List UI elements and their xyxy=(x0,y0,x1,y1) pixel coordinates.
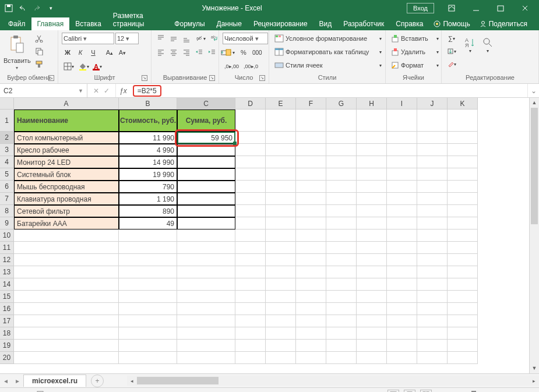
cell[interactable] xyxy=(448,340,478,352)
font-name-combo[interactable]: Calibri▾ xyxy=(62,33,114,44)
cell[interactable] xyxy=(14,254,119,266)
cell[interactable] xyxy=(448,181,478,193)
cell[interactable] xyxy=(387,315,417,327)
cell[interactable] xyxy=(357,132,387,144)
cell[interactable] xyxy=(448,266,478,278)
cell[interactable] xyxy=(177,291,235,303)
cell[interactable] xyxy=(326,278,357,291)
orientation-icon[interactable]: ab▾ xyxy=(193,33,207,44)
cell[interactable] xyxy=(387,144,417,156)
cell[interactable] xyxy=(266,181,296,193)
cell[interactable]: 890 xyxy=(119,205,177,217)
cell[interactable] xyxy=(177,242,235,254)
cell[interactable] xyxy=(448,217,478,229)
sort-filter-icon[interactable]: AЯ▾ xyxy=(463,33,478,57)
cell[interactable] xyxy=(266,340,296,352)
scroll-right-icon[interactable]: ▸ xyxy=(529,378,539,384)
cell[interactable] xyxy=(14,291,119,303)
cell[interactable] xyxy=(357,205,387,217)
cell[interactable] xyxy=(296,340,326,352)
cell[interactable] xyxy=(296,168,326,181)
cell[interactable] xyxy=(119,352,177,364)
formula-input[interactable]: =B2*5 xyxy=(131,84,527,97)
share-button[interactable]: Поделиться xyxy=(480,20,531,28)
redo-icon[interactable] xyxy=(30,2,43,15)
cell[interactable] xyxy=(448,291,478,303)
cell[interactable] xyxy=(326,242,357,254)
fx-icon[interactable]: ƒx xyxy=(116,84,131,97)
cell[interactable] xyxy=(326,132,357,144)
clear-icon[interactable]: ▾ xyxy=(445,58,458,70)
cell[interactable] xyxy=(417,278,448,291)
cell[interactable] xyxy=(417,315,448,327)
cell[interactable] xyxy=(357,278,387,291)
tab-review[interactable]: Рецензирование xyxy=(248,17,313,30)
cell[interactable] xyxy=(357,340,387,352)
cell[interactable] xyxy=(119,254,177,266)
row-header-19[interactable]: 19 xyxy=(0,340,14,352)
increase-decimal-icon[interactable]: ,0▸,00 xyxy=(223,61,241,72)
cell[interactable] xyxy=(387,205,417,217)
cell[interactable] xyxy=(296,110,326,132)
cell[interactable] xyxy=(119,266,177,278)
cell[interactable] xyxy=(235,217,266,229)
cell-styles-button[interactable]: Стили ячеек▾ xyxy=(273,59,383,71)
cell[interactable] xyxy=(448,110,478,132)
cell[interactable] xyxy=(448,327,478,340)
cell[interactable] xyxy=(387,156,417,168)
cell[interactable] xyxy=(387,266,417,278)
cell[interactable] xyxy=(14,340,119,352)
row-header-8[interactable]: 8 xyxy=(0,205,14,217)
cell[interactable] xyxy=(326,303,357,315)
sheet-nav-prev-icon[interactable]: ◂ xyxy=(0,377,12,385)
cell[interactable] xyxy=(14,352,119,364)
cell[interactable] xyxy=(177,327,235,340)
cell[interactable] xyxy=(177,144,235,156)
tab-help[interactable]: Справка xyxy=(390,17,429,30)
sheet-nav-next-icon[interactable]: ▸ xyxy=(12,377,23,385)
cell[interactable] xyxy=(235,278,266,291)
cell[interactable] xyxy=(357,229,387,242)
cell[interactable] xyxy=(266,132,296,144)
row-header-12[interactable]: 12 xyxy=(0,254,14,266)
cell[interactable]: Клавиатура проводная xyxy=(14,193,119,205)
insert-cells-button[interactable]: Вставить▾ xyxy=(389,33,441,44)
align-center-icon[interactable] xyxy=(168,47,179,58)
column-headers[interactable]: ABCDEFGHIJK xyxy=(14,98,529,110)
cell[interactable] xyxy=(14,229,119,242)
row-header-17[interactable]: 17 xyxy=(0,315,14,327)
row-header-7[interactable]: 7 xyxy=(0,193,14,205)
format-cells-button[interactable]: Формат▾ xyxy=(389,59,441,71)
cell[interactable] xyxy=(235,168,266,181)
col-header-H[interactable]: H xyxy=(357,98,387,110)
cell[interactable]: Мышь беспроводная xyxy=(14,181,119,193)
col-header-B[interactable]: B xyxy=(119,98,177,110)
cell[interactable]: Стол компьютерный xyxy=(14,132,119,144)
cell[interactable] xyxy=(448,156,478,168)
cell[interactable] xyxy=(177,254,235,266)
cell[interactable] xyxy=(448,168,478,181)
cell[interactable] xyxy=(177,340,235,352)
cell[interactable] xyxy=(417,181,448,193)
cell[interactable] xyxy=(235,291,266,303)
enter-formula-icon[interactable]: ✓ xyxy=(104,87,110,95)
cell[interactable]: 4 990 xyxy=(119,144,177,156)
cell[interactable] xyxy=(448,278,478,291)
hscroll-thumb[interactable] xyxy=(137,377,219,384)
cell[interactable] xyxy=(417,205,448,217)
decrease-indent-icon[interactable] xyxy=(193,47,205,58)
cell[interactable]: 49 xyxy=(119,217,177,229)
cut-icon[interactable] xyxy=(33,33,45,44)
cell[interactable] xyxy=(357,110,387,132)
cell[interactable] xyxy=(296,193,326,205)
cell[interactable]: Наименование xyxy=(14,110,119,132)
cell[interactable] xyxy=(296,315,326,327)
cell[interactable] xyxy=(326,110,357,132)
cell[interactable] xyxy=(296,278,326,291)
cell[interactable] xyxy=(326,168,357,181)
cell[interactable] xyxy=(326,193,357,205)
fill-color-icon[interactable]: ▾ xyxy=(77,61,91,72)
cell[interactable] xyxy=(326,181,357,193)
cell[interactable] xyxy=(296,327,326,340)
cell[interactable] xyxy=(119,315,177,327)
